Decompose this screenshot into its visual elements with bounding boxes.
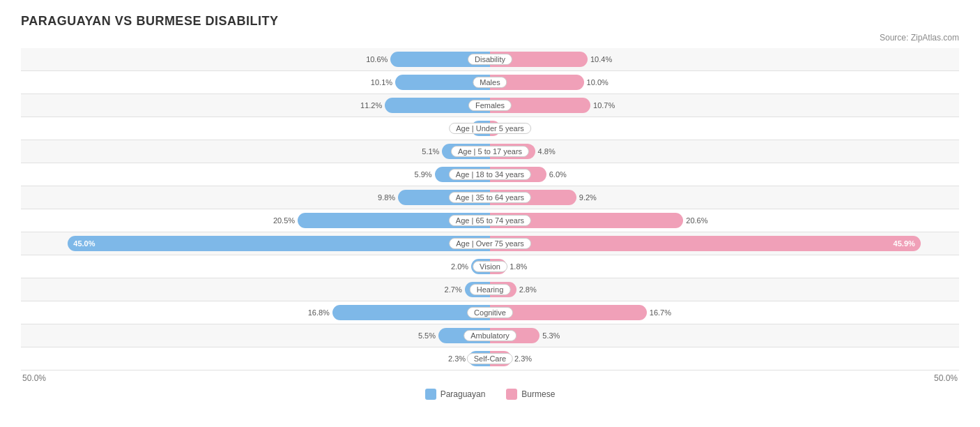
bar-right: 45.9% — [490, 236, 921, 251]
center-label: Age | 65 to 74 years — [449, 215, 531, 226]
chart-row: 2.7%2.8%Hearing — [21, 278, 959, 301]
right-half: 4.8% — [490, 140, 959, 163]
center-label: Disability — [468, 54, 512, 65]
value-right: 2.8% — [516, 285, 537, 294]
right-half: 45.9% — [490, 232, 959, 255]
value-left: 5.5% — [418, 331, 438, 340]
value-right: 4.8% — [535, 147, 556, 156]
value-right: 16.7% — [647, 308, 671, 317]
axis-right-label: 50.0% — [934, 373, 958, 383]
bar-left: 45.0% — [68, 236, 490, 251]
value-left: 9.8% — [378, 193, 398, 202]
left-half: 20.5% — [21, 209, 490, 232]
right-half: 1.1% — [490, 117, 959, 140]
left-half: 9.8% — [21, 186, 490, 209]
left-half: 45.0% — [21, 232, 490, 255]
left-half: 2.0% — [21, 117, 490, 140]
value-left: 10.1% — [371, 78, 395, 87]
left-half: 2.7% — [21, 278, 490, 301]
axis-left-label: 50.0% — [22, 373, 46, 383]
center-label: Age | Over 75 years — [449, 238, 531, 249]
left-half: 16.8% — [21, 301, 490, 324]
left-half: 2.3% — [21, 347, 490, 370]
right-half: 6.0% — [490, 163, 959, 186]
left-half: 2.0% — [21, 255, 490, 278]
chart-row: 5.9%6.0%Age | 18 to 34 years — [21, 163, 959, 186]
value-right: 5.3% — [539, 331, 560, 340]
chart-area: 10.6%10.4%Disability10.1%10.0%Males11.2%… — [21, 48, 959, 383]
legend: Paraguayan Burmese — [21, 389, 959, 400]
left-half: 5.1% — [21, 140, 490, 163]
center-label: Age | 35 to 64 years — [449, 192, 531, 203]
right-half: 10.0% — [490, 71, 959, 93]
left-half: 11.2% — [21, 94, 490, 117]
center-label: Age | Under 5 years — [449, 123, 531, 134]
right-half: 1.8% — [490, 255, 959, 278]
value-left: 20.5% — [273, 216, 298, 225]
legend-paraguayan: Paraguayan — [425, 389, 486, 400]
chart-row: 5.5%5.3%Ambulatory — [21, 324, 959, 347]
value-right: 20.6% — [683, 216, 707, 225]
value-right: 1.8% — [507, 262, 527, 271]
burmese-color-swatch — [506, 389, 517, 400]
chart-row: 10.6%10.4%Disability — [21, 48, 959, 71]
center-label: Cognitive — [467, 307, 513, 318]
chart-row: 2.0%1.1%Age | Under 5 years — [21, 117, 959, 140]
center-label: Vision — [473, 261, 507, 272]
legend-burmese: Burmese — [506, 389, 555, 400]
center-label: Females — [468, 100, 512, 111]
page-title: PARAGUAYAN VS BURMESE DISABILITY — [21, 14, 959, 29]
chart-row: 45.0%45.9%Age | Over 75 years — [21, 232, 959, 255]
center-label: Males — [473, 77, 507, 88]
value-left: 11.2% — [360, 101, 385, 110]
source-label: Source: ZipAtlas.com — [21, 33, 959, 43]
value-right: 2.3% — [512, 354, 532, 363]
left-half: 5.5% — [21, 324, 490, 347]
right-half: 20.6% — [490, 209, 959, 232]
value-left: 2.0% — [451, 262, 471, 271]
center-label: Age | 18 to 34 years — [449, 169, 531, 180]
right-half: 2.3% — [490, 347, 959, 370]
paraguayan-label: Paraguayan — [441, 389, 486, 399]
chart-row: 2.3%2.3%Self-Care — [21, 347, 959, 370]
chart-row: 2.0%1.8%Vision — [21, 255, 959, 278]
value-right: 9.2% — [576, 193, 597, 202]
value-left: 10.6% — [366, 55, 390, 63]
value-left: 16.8% — [308, 308, 332, 317]
value-left: 2.3% — [448, 354, 468, 363]
center-label: Age | 5 to 17 years — [451, 146, 529, 157]
value-right: 10.7% — [590, 101, 615, 110]
value-left: 2.7% — [445, 285, 465, 294]
value-right: 6.0% — [546, 170, 567, 179]
right-half: 2.8% — [490, 278, 959, 301]
chart-row: 11.2%10.7%Females — [21, 94, 959, 117]
value-right-inside: 45.9% — [888, 239, 921, 248]
right-half: 16.7% — [490, 301, 959, 324]
chart-row: 9.8%9.2%Age | 35 to 64 years — [21, 186, 959, 209]
chart-row: 20.5%20.6%Age | 65 to 74 years — [21, 209, 959, 232]
chart-row: 5.1%4.8%Age | 5 to 17 years — [21, 140, 959, 163]
bar-right — [490, 305, 647, 320]
left-half: 10.6% — [21, 48, 490, 70]
value-left: 5.9% — [415, 170, 435, 179]
value-right: 10.0% — [584, 78, 608, 87]
chart-row: 10.1%10.0%Males — [21, 71, 959, 94]
paraguayan-color-swatch — [425, 389, 436, 400]
value-left: 5.1% — [422, 147, 442, 156]
left-half: 10.1% — [21, 71, 490, 93]
left-half: 5.9% — [21, 163, 490, 186]
center-label: Ambulatory — [464, 330, 516, 341]
value-right: 10.4% — [588, 55, 612, 63]
value-left-inside: 45.0% — [68, 239, 100, 248]
right-half: 10.7% — [490, 94, 959, 117]
center-label: Hearing — [470, 284, 511, 295]
burmese-label: Burmese — [521, 389, 555, 399]
chart-row: 16.8%16.7%Cognitive — [21, 301, 959, 324]
right-half: 5.3% — [490, 324, 959, 347]
right-half: 10.4% — [490, 48, 959, 70]
center-label: Self-Care — [467, 353, 513, 364]
right-half: 9.2% — [490, 186, 959, 209]
